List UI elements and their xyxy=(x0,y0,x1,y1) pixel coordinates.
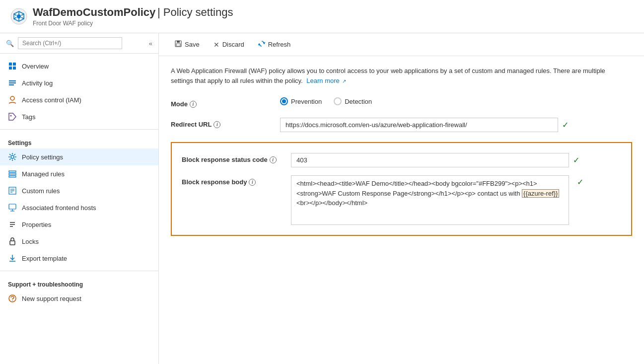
locks-icon xyxy=(8,237,17,246)
sidebar-item-label: Locks xyxy=(22,238,39,245)
sidebar-item-export-template[interactable]: Export template xyxy=(0,250,158,267)
sidebar-item-label: Properties xyxy=(22,221,51,228)
sidebar-divider xyxy=(0,129,158,130)
svg-rect-8 xyxy=(9,63,12,66)
sidebar-navigation: Overview Activity log Access control (IA… xyxy=(0,54,158,311)
prevention-label: Prevention xyxy=(291,98,322,105)
block-status-input[interactable] xyxy=(291,153,569,167)
block-body-info-icon[interactable]: i xyxy=(249,179,256,186)
sidebar-item-label: Associated frontend hosts xyxy=(22,204,96,212)
refresh-button[interactable]: Refresh xyxy=(252,37,297,52)
detection-radio-circle xyxy=(334,97,342,105)
sidebar-item-new-support[interactable]: New support request xyxy=(0,290,158,307)
sidebar-divider-2 xyxy=(0,271,158,271)
sidebar-item-tags[interactable]: Tags xyxy=(0,108,158,125)
sidebar-item-custom-rules[interactable]: Custom rules xyxy=(0,182,158,199)
page-header: WafDemoCustomPolicy | Policy settings Fr… xyxy=(0,0,644,33)
mode-info-icon[interactable]: i xyxy=(190,101,197,108)
policy-settings-icon xyxy=(8,152,17,161)
page-content-area: A Web Application Firewall (WAF) policy … xyxy=(159,56,644,364)
settings-section-header: Settings xyxy=(0,134,158,148)
block-body-text-1: <html><head><title>WAF Demo</title></hea… xyxy=(296,180,537,197)
block-body-row: Block response body i <html><head><title… xyxy=(182,175,621,225)
search-input[interactable] xyxy=(18,37,122,49)
resource-type: Front Door WAF policy xyxy=(33,20,233,27)
activity-log-icon xyxy=(8,78,17,87)
toolbar: Save ✕ Discard Refresh xyxy=(159,33,644,56)
header-separator: | xyxy=(157,6,163,18)
sidebar-item-policy-settings[interactable]: Policy settings xyxy=(0,148,158,165)
block-body-display[interactable]: <html><head><title>WAF Demo</title></hea… xyxy=(291,175,569,225)
block-status-row: Block response status code i ✓ xyxy=(182,153,621,167)
sidebar-item-associated-frontend[interactable]: Associated frontend hosts xyxy=(0,199,158,216)
block-body-text-2: <br></p></body></html> xyxy=(296,199,367,207)
svg-point-34 xyxy=(12,300,13,301)
sidebar-item-label: Access control (IAM) xyxy=(22,96,81,104)
svg-point-16 xyxy=(10,115,12,117)
save-label: Save xyxy=(185,41,200,48)
redirect-url-row: Redirect URL i ✓ xyxy=(171,118,632,132)
overview-icon xyxy=(8,62,17,71)
sidebar-item-locks[interactable]: Locks xyxy=(0,233,158,250)
svg-rect-37 xyxy=(176,44,180,46)
svg-rect-25 xyxy=(9,204,16,209)
sidebar-item-label: Overview xyxy=(22,63,49,70)
sidebar-item-properties[interactable]: Properties xyxy=(0,216,158,233)
prevention-radio[interactable]: Prevention xyxy=(280,97,322,105)
block-response-section: Block response status code i ✓ Block res… xyxy=(171,142,632,236)
sidebar-item-label: Managed rules xyxy=(22,170,65,178)
block-body-label: Block response body i xyxy=(182,175,291,186)
redirect-url-control: ✓ xyxy=(280,118,632,132)
export-icon xyxy=(8,254,17,263)
sidebar-item-label: Tags xyxy=(22,113,35,121)
sidebar-item-label: New support request xyxy=(22,295,81,302)
mode-row: Mode i Prevention Detection xyxy=(171,97,632,108)
redirect-url-label: Redirect URL i xyxy=(171,118,280,128)
prevention-radio-circle xyxy=(280,97,288,105)
svg-rect-20 xyxy=(9,176,16,177)
sidebar-item-overview[interactable]: Overview xyxy=(0,58,158,74)
sidebar-item-label: Policy settings xyxy=(22,153,63,161)
redirect-url-check-icon: ✓ xyxy=(562,120,569,130)
svg-rect-19 xyxy=(9,173,16,175)
azure-ref-highlight: {{azure-ref}} xyxy=(522,189,559,198)
external-link-icon: ↗ xyxy=(342,78,346,84)
access-control-icon xyxy=(8,95,17,104)
svg-rect-18 xyxy=(9,171,16,172)
svg-point-15 xyxy=(10,96,14,100)
block-body-control: <html><head><title>WAF Demo</title></hea… xyxy=(291,175,621,225)
block-body-input-group: <html><head><title>WAF Demo</title></hea… xyxy=(291,175,621,225)
support-section-header: Support + troubleshooting xyxy=(0,275,158,290)
sidebar-item-activity-log[interactable]: Activity log xyxy=(0,74,158,91)
redirect-url-input-group: ✓ xyxy=(280,118,632,132)
sidebar-item-label: Export template xyxy=(22,255,67,262)
resource-name: WafDemoCustomPolicy xyxy=(33,6,155,18)
block-status-check-icon: ✓ xyxy=(573,155,579,165)
block-status-label: Block response status code i xyxy=(182,153,291,163)
svg-rect-36 xyxy=(177,41,180,43)
redirect-url-input[interactable] xyxy=(280,118,558,132)
svg-point-17 xyxy=(11,155,14,158)
svg-rect-9 xyxy=(13,63,16,66)
svg-rect-11 xyxy=(13,67,16,70)
search-icon: 🔍 xyxy=(6,40,14,47)
page-section-title: Policy settings xyxy=(163,6,233,18)
sidebar-item-access-control[interactable]: Access control (IAM) xyxy=(0,91,158,108)
detection-radio[interactable]: Detection xyxy=(334,97,372,105)
tags-icon xyxy=(8,112,17,121)
discard-icon: ✕ xyxy=(214,41,219,49)
sidebar-item-managed-rules[interactable]: Managed rules xyxy=(0,165,158,182)
svg-rect-12 xyxy=(9,80,16,81)
custom-rules-icon xyxy=(8,186,17,195)
sidebar-item-label: Custom rules xyxy=(22,187,60,195)
discard-button[interactable]: ✕ Discard xyxy=(208,38,250,52)
learn-more-link[interactable]: Learn more ↗ xyxy=(306,77,346,84)
status-code-info-icon[interactable]: i xyxy=(270,156,277,163)
save-button[interactable]: Save xyxy=(169,37,206,52)
redirect-info-icon[interactable]: i xyxy=(214,121,220,128)
discard-label: Discard xyxy=(222,41,244,48)
collapse-icon[interactable]: « xyxy=(149,40,152,47)
sidebar-search-area: 🔍 « xyxy=(0,33,158,54)
page-description: A Web Application Firewall (WAF) policy … xyxy=(171,66,618,85)
svg-rect-14 xyxy=(9,84,14,85)
